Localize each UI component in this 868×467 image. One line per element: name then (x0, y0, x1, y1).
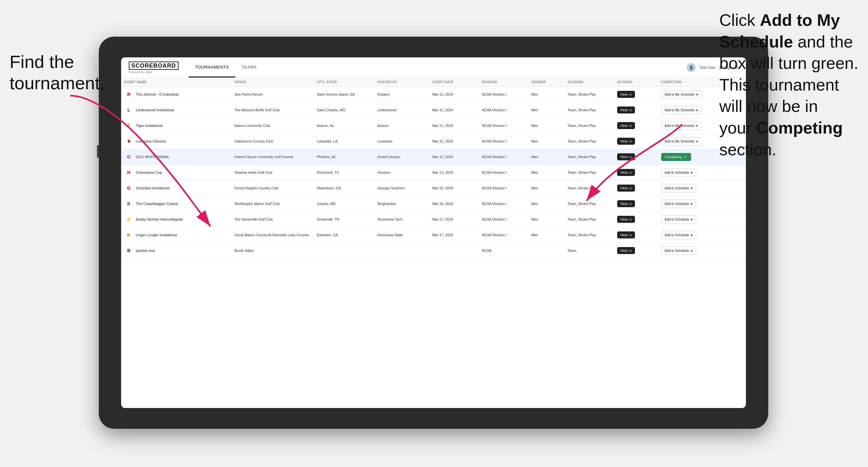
venue-cell: Grand Canyon University Golf Course (231, 149, 314, 165)
event-name: (partial row) (136, 249, 155, 252)
venue-cell: The Missouri Bluffs Golf Club (231, 102, 314, 118)
view-label: View (620, 249, 628, 252)
plus-icon: + (690, 217, 693, 222)
view-button[interactable]: View ⊙ (617, 231, 635, 239)
gender-cell (528, 243, 564, 258)
table-header-row: EVENT NAME VENUE CITY, STATE HOSTED BY S… (121, 78, 746, 87)
city-cell: Saint Simons Island, GA (314, 87, 374, 102)
city-cell: Phoenix, AZ (314, 149, 374, 165)
hosted-cell: Georgia Southern (374, 180, 429, 196)
hosted-cell: Rutgers (374, 87, 429, 102)
col-header-division: DIVISION (479, 78, 528, 87)
plus-icon: + (696, 123, 699, 128)
scoring-cell: Team, Stroke Play (564, 212, 614, 227)
add-schedule-label: Add to My Schedule (664, 92, 694, 96)
venue-cell: Great Waters Course At Reynolds Lake Oco… (231, 227, 314, 243)
plus-icon: + (690, 248, 693, 253)
gender-cell: Men (528, 149, 564, 165)
add-schedule-button[interactable]: Add to Schedule + (661, 231, 696, 240)
gender-cell: Men (528, 212, 564, 227)
date-cell: Mar 16, 2024 (429, 196, 478, 212)
add-schedule-button[interactable]: Add to My Schedule + (661, 106, 702, 115)
annotation-left: Find the tournament. (9, 51, 105, 94)
hosted-cell: Binghamton (374, 196, 429, 212)
date-cell: Mar 15, 2024 (429, 180, 478, 196)
division-cell: NCAA Division I (479, 165, 528, 180)
col-header-date: START DATE (429, 78, 478, 87)
date-cell: Mar 12, 2024 (429, 149, 478, 165)
venue-cell: Sea Palms Resort (231, 87, 314, 102)
division-cell: NCAA Division I (479, 180, 528, 196)
scoring-cell: Team, Stroke Play (564, 102, 614, 118)
arrow-left (57, 89, 223, 249)
plus-icon: + (696, 92, 699, 97)
gender-cell: Men (528, 133, 564, 149)
gender-cell: Men (528, 196, 564, 212)
city-cell: Eatonton, GA (314, 227, 374, 243)
eye-icon: ⊙ (629, 108, 632, 112)
date-cell: Mar 11, 2024 (429, 118, 478, 133)
logo-sub: Powered by clippd (129, 70, 179, 74)
action-cell: View ⊙ (614, 243, 658, 258)
hosted-cell: Houston (374, 165, 429, 180)
competing-cell: Add to Schedule + (658, 227, 746, 243)
eye-icon: ⊙ (629, 234, 632, 237)
view-label: View (620, 108, 628, 112)
date-cell (429, 243, 478, 258)
action-cell: View ⊙ (614, 102, 658, 118)
venue-cell: Oakbourne Country Club (231, 133, 314, 149)
division-cell: NCAA Division I (479, 118, 528, 133)
add-schedule-button[interactable]: Add to Schedule + (661, 246, 696, 255)
view-button[interactable]: View ⊙ (617, 247, 635, 254)
hosted-cell: Kennesaw State (374, 227, 429, 243)
col-header-city: CITY, STATE (314, 78, 374, 87)
gender-cell: Men (528, 87, 564, 102)
tab-tournaments[interactable]: TOURNAMENTS (189, 57, 235, 77)
view-button[interactable]: View ⊙ (617, 91, 635, 98)
view-label: View (620, 92, 628, 96)
col-header-hosted: HOSTED BY (374, 78, 429, 87)
view-label: View (620, 233, 628, 237)
hosted-cell: Tennessee Tech (374, 212, 429, 227)
user-avatar: 👤 (687, 63, 695, 72)
city-cell: Statesboro, GA (314, 180, 374, 196)
date-cell: Mar 17, 2024 (429, 212, 478, 227)
add-schedule-button[interactable]: Add to Schedule + (661, 215, 696, 224)
division-cell: NCAA Division I (479, 196, 528, 212)
view-button[interactable]: View ⊙ (617, 216, 635, 223)
city-cell: Auburn, AL (314, 118, 374, 133)
col-header-scoring: SCORING (564, 78, 614, 87)
division-cell: NCAA Division I (479, 87, 528, 102)
tab-teams[interactable]: TEAMS (235, 57, 263, 77)
add-schedule-label: Add to Schedule (664, 249, 689, 252)
plus-icon: + (690, 233, 693, 238)
city-cell: Richmond, TX (314, 165, 374, 180)
venue-cell: Worthington Manor Golf Club (231, 196, 314, 212)
view-button[interactable]: View ⊙ (617, 106, 635, 114)
division-cell: NCAA Division I (479, 227, 528, 243)
add-schedule-label: Add to Schedule (664, 233, 689, 237)
arrow-right (580, 118, 692, 214)
gender-cell: Men (528, 118, 564, 133)
add-schedule-button[interactable]: Add to My Schedule + (661, 90, 702, 99)
hosted-cell: Louisiana (374, 133, 429, 149)
city-cell: Lafayette, LA (314, 133, 374, 149)
division-cell: NCAA Division I (479, 102, 528, 118)
scoring-cell: Team, Stroke Play (564, 227, 614, 243)
hosted-cell: Auburn (374, 118, 429, 133)
hosted-cell: Lindenwood (374, 102, 429, 118)
division-cell: NCAA Division I (479, 133, 528, 149)
action-cell: View ⊙ (614, 227, 658, 243)
division-cell: NCAA (479, 243, 528, 258)
annotation-bold-competing: Competing (756, 119, 843, 137)
date-cell: Mar 13, 2024 (429, 165, 478, 180)
eye-icon: ⊙ (629, 249, 632, 252)
add-schedule-label: Add to Schedule (664, 217, 689, 221)
plus-icon: + (696, 139, 699, 144)
competing-cell: Add to Schedule + (658, 212, 746, 227)
col-header-event: EVENT NAME (121, 78, 231, 87)
col-header-venue: VENUE (231, 78, 314, 87)
city-cell (314, 243, 374, 258)
gender-cell: Men (528, 165, 564, 180)
action-cell: View ⊙ (614, 212, 658, 227)
